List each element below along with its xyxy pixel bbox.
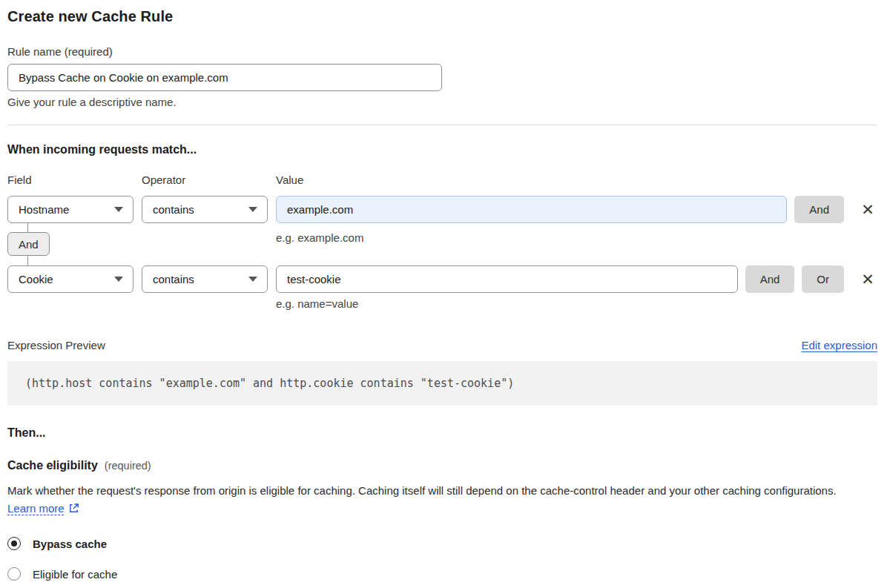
and-button-row-1[interactable]: And	[794, 196, 844, 223]
chevron-down-icon	[114, 277, 123, 282]
connector-line	[27, 256, 28, 265]
section-divider	[7, 125, 877, 125]
value-column-label: Value	[276, 174, 877, 187]
chevron-down-icon	[248, 277, 257, 282]
expression-header: Expression Preview Edit expression	[7, 339, 877, 351]
learn-more-link[interactable]: Learn more	[7, 502, 65, 515]
remove-condition-button-1[interactable]: ✕	[858, 200, 877, 219]
rule-name-input[interactable]	[7, 64, 442, 91]
field-select-2[interactable]: Cookie	[7, 265, 134, 293]
rule-name-section: Rule name (required) Give your rule a de…	[7, 45, 877, 109]
radio-option-eligible-for-cache[interactable]: Eligible for cache	[7, 567, 877, 581]
expression-preview-label: Expression Preview	[7, 339, 105, 351]
radio-option-bypass-cache[interactable]: Bypass cache	[7, 537, 877, 550]
value-input-1[interactable]	[276, 196, 787, 223]
and-connector-button[interactable]: And	[7, 232, 50, 256]
page-title: Create new Cache Rule	[7, 7, 877, 25]
radio-button-icon	[7, 567, 21, 581]
value-input-2[interactable]	[276, 265, 738, 293]
radio-label: Bypass cache	[33, 538, 107, 550]
cache-eligibility-header: Cache eligibility (required)	[7, 459, 877, 472]
expression-code: (http.host contains "example.com" and ht…	[7, 361, 877, 406]
match-heading: When incoming requests match...	[7, 142, 877, 157]
condition-row-2: Cookie contains And Or ✕	[7, 265, 877, 293]
operator-select-2-value: contains	[153, 273, 194, 285]
remove-condition-button-2[interactable]: ✕	[858, 270, 877, 289]
rule-name-label: Rule name (required)	[7, 45, 877, 59]
field-select-1-value: Hostname	[19, 203, 69, 216]
operator-select-1-value: contains	[153, 203, 194, 216]
chevron-down-icon	[248, 207, 257, 212]
required-hint: (required)	[105, 460, 151, 472]
chevron-down-icon	[114, 207, 123, 212]
rule-name-helper: Give your rule a descriptive name.	[7, 96, 877, 109]
operator-column-label: Operator	[142, 174, 268, 187]
radio-label: Eligible for cache	[33, 568, 117, 581]
value-helper-1: e.g. example.com	[276, 231, 363, 245]
value-helper-2: e.g. name=value	[276, 297, 877, 311]
radio-button-icon	[7, 537, 21, 550]
or-button-row-2[interactable]: Or	[802, 265, 844, 293]
condition-row-1: Hostname contains And ✕	[7, 196, 877, 223]
field-select-2-value: Cookie	[19, 273, 53, 285]
cache-eligibility-description: Mark whether the request's response from…	[7, 482, 868, 519]
connector-zone: And e.g. example.com	[7, 223, 877, 265]
external-link-icon	[68, 501, 79, 519]
connector-line	[27, 223, 28, 232]
cache-eligibility-heading: Cache eligibility	[7, 459, 98, 472]
description-text: Mark whether the request's response from…	[7, 484, 837, 497]
condition-column-labels: Field Operator Value	[7, 174, 877, 187]
and-button-row-2[interactable]: And	[745, 265, 795, 293]
edit-expression-link[interactable]: Edit expression	[801, 339, 877, 351]
field-select-1[interactable]: Hostname	[7, 196, 134, 223]
field-column-label: Field	[7, 174, 134, 187]
create-cache-rule-page: Create new Cache Rule Rule name (require…	[0, 0, 890, 581]
then-heading: Then...	[7, 426, 877, 440]
operator-select-2[interactable]: contains	[142, 265, 268, 293]
operator-select-1[interactable]: contains	[142, 196, 268, 223]
